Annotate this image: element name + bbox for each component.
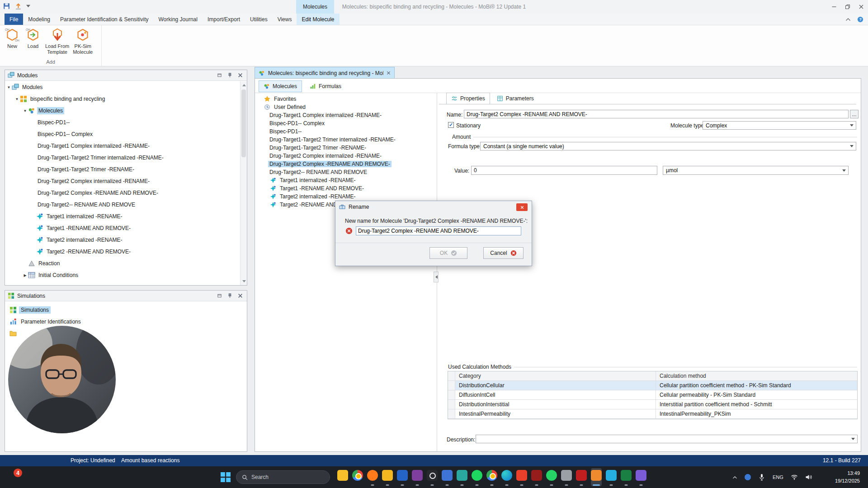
taskbar-media-red-icon[interactable] (531, 468, 542, 486)
tree-item-drug-target2-rename-and-remove[interactable]: Drug-Target2-- RENAME AND REMOVE (5, 199, 240, 211)
cancel-button[interactable]: Cancel (483, 247, 524, 259)
scroll-down-icon[interactable] (241, 278, 247, 285)
close-panel-button[interactable] (236, 292, 244, 300)
rename-input[interactable] (356, 226, 521, 235)
tree-item-initial-conditions[interactable]: ▶Initial Conditions (5, 269, 240, 281)
molecule-list-item[interactable]: Target2 internalized -RENAME- (258, 192, 437, 201)
ribbon-load-from-template-button[interactable]: Load From Template (45, 28, 69, 55)
tree-item-drug-target2-complex-internalized-rename[interactable]: Drug-Target2 Complex internalized -RENAM… (5, 175, 240, 187)
scroll-up-icon[interactable] (241, 81, 247, 88)
expander-icon[interactable]: ▼ (14, 97, 20, 101)
tree-item-modules[interactable]: ▼Modules (5, 81, 240, 93)
description-dropdown[interactable] (476, 435, 858, 443)
molecule-list-item[interactable]: Target1 -RENAME AND REMOVE- (258, 184, 437, 192)
float-panel-button[interactable] (216, 292, 223, 300)
molecule-list-item[interactable]: User Defined (258, 103, 437, 111)
molecule-list-item[interactable]: Drug-Target2-- RENAME AND REMOVE (258, 168, 437, 176)
ribbon-new-button[interactable]: OHOHNew (4, 28, 21, 49)
microphone-icon[interactable] (758, 474, 765, 481)
taskbar-settings-icon[interactable] (561, 468, 572, 486)
tree-item-drug-target1-complex-internalized-rename[interactable]: Drug-Target1 Complex internalized -RENAM… (5, 140, 240, 152)
stationary-checkbox[interactable]: ✓ (448, 122, 454, 128)
taskbar-onenote-icon[interactable] (412, 468, 423, 486)
contextual-tab-group[interactable]: Molecules (296, 0, 334, 14)
taskbar-excel-icon[interactable] (621, 468, 632, 486)
taskbar-chrome-2-icon[interactable] (486, 468, 497, 486)
taskbar-todo-icon[interactable] (442, 468, 453, 486)
molecule-list-item[interactable]: Bispec-PD1-- (258, 127, 437, 136)
document-tab[interactable]: Molecules: bispecific binding and recycl… (255, 67, 395, 79)
close-button[interactable] (854, 0, 868, 14)
molecule-list-item[interactable]: Drug-Target2 Complex internalized -RENAM… (258, 152, 437, 160)
tab-properties[interactable]: Properties (446, 93, 490, 104)
modules-scrollbar[interactable] (240, 81, 247, 285)
menu-tab-edit-molecule[interactable]: Edit Molecule (297, 14, 339, 25)
menu-tab-import-export[interactable]: Import/Export (203, 14, 245, 25)
molecule-list-item[interactable]: Target1 internalized -RENAME- (258, 176, 437, 184)
taskbar-folder-2-icon[interactable] (382, 468, 393, 486)
molecule-list-item[interactable]: Drug-Target1-Target2 Trimer internalized… (258, 136, 437, 144)
teams-status-icon[interactable] (745, 474, 751, 480)
name-input[interactable] (464, 110, 849, 118)
taskbar-acrobat-icon[interactable] (576, 468, 587, 486)
maximize-button[interactable] (841, 0, 854, 14)
menu-tab-utilities[interactable]: Utilities (245, 14, 273, 25)
tree-item-target1-internalized-rename[interactable]: Target1 internalized -RENAME- (5, 211, 240, 222)
tree-item-drug-target2-complex-rename-and-remove[interactable]: Drug-Target2 Complex -RENAME AND REMOVE- (5, 187, 240, 199)
start-button[interactable] (221, 472, 231, 482)
tree-item-bispecific-binding-and-recycling[interactable]: ▼bispecific binding and recycling (5, 93, 240, 105)
tab-formulas[interactable]: Formulas (305, 80, 346, 92)
molecule-list-item[interactable]: Drug-Target1-Target2 Trimer -RENAME- (258, 144, 437, 152)
molecule-type-dropdown[interactable]: Complex (703, 121, 856, 130)
expander-icon[interactable]: ▼ (6, 85, 12, 89)
value-input[interactable] (471, 166, 657, 175)
qat-dropdown-caret-icon[interactable] (26, 5, 30, 8)
minimize-button[interactable] (827, 0, 841, 14)
save-icon[interactable] (3, 2, 10, 10)
formula-type-dropdown[interactable]: Constant (a single numeric value) (480, 142, 856, 150)
molecule-list-item[interactable]: Drug-Target1 Complex internalized -RENAM… (258, 111, 437, 119)
tree-item-target2-internalized-rename[interactable]: Target2 internalized -RENAME- (5, 234, 240, 246)
table-row[interactable]: DistributionInterstitialInterstitial par… (448, 400, 857, 409)
taskbar-file-explorer-icon[interactable] (337, 468, 348, 486)
table-row[interactable]: IntestinalPermeabilityIntestinalPermeabi… (448, 409, 857, 419)
menu-tab-file[interactable]: File (5, 14, 23, 25)
collapse-ribbon-icon[interactable] (845, 18, 851, 21)
menu-tab-parameter-identification-sensitivity[interactable]: Parameter Identification & Sensitivity (55, 14, 153, 25)
taskbar-firefox-icon[interactable] (367, 468, 378, 486)
volume-icon[interactable] (805, 474, 812, 481)
collapse-splitter-button[interactable] (434, 272, 439, 282)
taskbar-spotify-icon[interactable] (472, 468, 482, 486)
wifi-icon[interactable] (791, 474, 798, 481)
molecule-list-item[interactable]: Favorites (258, 95, 437, 103)
table-row[interactable]: DiffusionIntCellCellular permeability - … (448, 390, 857, 400)
taskbar-edge-icon[interactable] (501, 468, 512, 486)
taskbar-chrome-icon[interactable] (352, 468, 363, 486)
language-indicator[interactable]: ENG (773, 474, 783, 480)
tree-item-bispec-pd1-complex[interactable]: Bispec-PD1-- Complex (5, 128, 240, 140)
taskbar-office-icon[interactable] (397, 468, 408, 486)
tab-molecules[interactable]: Molecules (259, 80, 302, 92)
taskbar-whatsapp-icon[interactable] (546, 468, 557, 486)
taskbar-teams-icon[interactable] (457, 468, 467, 486)
dialog-titlebar[interactable]: Rename (335, 201, 532, 213)
taskbar-mobi-icon[interactable] (591, 468, 602, 486)
ribbon-pk-sim-molecule-button[interactable]: PK-Sim Molecule (73, 28, 93, 55)
taskbar-search[interactable]: Search (236, 470, 330, 484)
pin-panel-button[interactable] (226, 71, 234, 79)
tree-item-reaction[interactable]: Reaction (5, 258, 240, 269)
unit-dropdown[interactable]: µmol (663, 166, 849, 175)
dialog-close-button[interactable] (516, 203, 528, 211)
tree-item-molecules[interactable]: ▼Molecules (5, 105, 240, 117)
close-panel-button[interactable] (236, 71, 244, 79)
tree-item-drug-target1-target2-trimer-internalized-rename[interactable]: Drug-Target1-Target2 Trimer internalized… (5, 152, 240, 164)
expander-icon[interactable]: ▼ (22, 109, 28, 113)
help-icon[interactable]: ? (857, 16, 863, 23)
simulations-item-simulations[interactable]: Simulations (5, 304, 247, 316)
browse-button[interactable]: ... (850, 110, 859, 118)
molecule-list-item[interactable]: Drug-Target2 Complex -RENAME AND REMOVE- (258, 160, 437, 168)
close-document-icon[interactable] (387, 71, 391, 75)
taskbar-loop-icon[interactable] (636, 468, 646, 486)
menu-tab-views[interactable]: Views (273, 14, 297, 25)
menu-tab-modeling[interactable]: Modeling (23, 14, 55, 25)
